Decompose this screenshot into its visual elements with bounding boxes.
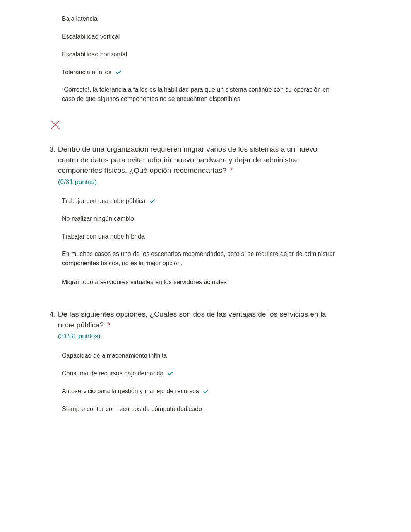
question-3: 3. Dentro de una organización requieren … <box>50 144 337 286</box>
required-asterisk: * <box>107 321 110 329</box>
option-item: Migrar todo a servidores virtuales en lo… <box>62 279 337 286</box>
required-asterisk: * <box>230 166 233 174</box>
checkmark-icon <box>203 388 209 394</box>
option-label: Capacidad de almacenamiento infinita <box>62 352 167 359</box>
option-item: Baja latencia <box>62 15 337 22</box>
checkmark-icon <box>149 198 156 204</box>
option-item: Capacidad de almacenamiento infinita <box>62 352 337 359</box>
option-label: Escalabilidad vertical <box>62 33 120 40</box>
option-label: Trabajar con una nube híbrida <box>62 233 145 240</box>
option-label: Escalabilidad horizontal <box>62 51 127 58</box>
question-number: 3. <box>50 144 56 198</box>
option-item: Trabajar con una nube pública <box>62 198 337 205</box>
checkmark-icon <box>167 370 173 377</box>
q3-options: Trabajar con una nube pública No realiza… <box>50 198 337 286</box>
option-label: Autoservicio para la gestión y manejo de… <box>62 388 199 395</box>
q4-options: Capacidad de almacenamiento infinita Con… <box>50 352 337 413</box>
incorrect-x-icon <box>50 119 337 132</box>
option-label: Tolerancia a fallos <box>62 69 111 76</box>
option-label: No realizar ningún cambio <box>62 215 134 222</box>
option-label: Baja latencia <box>62 15 98 22</box>
question-header: 3. Dentro de una organización requieren … <box>50 144 337 198</box>
option-item: Autoservicio para la gestión y manejo de… <box>62 388 337 395</box>
option-item: Tolerancia a fallos <box>62 69 337 76</box>
option-item: Escalabilidad horizontal <box>62 51 337 58</box>
option-label: Trabajar con una nube pública <box>62 198 146 205</box>
option-item: Trabajar con una nube híbrida <box>62 233 337 240</box>
question-4: 4. De las siguientes opciones, ¿Cuáles s… <box>50 309 337 413</box>
option-item: Siempre contar con recursos de cómputo d… <box>62 406 337 413</box>
option-item: Escalabilidad vertical <box>62 33 337 40</box>
points-label: (0/31 puntos) <box>58 177 337 187</box>
explanation-text: En muchos casos es uno de los escenarios… <box>62 249 337 268</box>
q2-options: Baja latencia Escalabilidad vertical Esc… <box>50 15 337 76</box>
option-item: No realizar ningún cambio <box>62 215 337 222</box>
question-header: 4. De las siguientes opciones, ¿Cuáles s… <box>50 309 337 352</box>
question-text: Dentro de una organización requieren mig… <box>58 145 317 174</box>
points-label: (31/31 puntos) <box>58 332 337 341</box>
option-label: Siempre contar con recursos de cómputo d… <box>62 406 202 413</box>
question-number: 4. <box>50 309 56 352</box>
option-label: Migrar todo a servidores virtuales en lo… <box>62 279 227 286</box>
option-label: Consumo de recursos bajo demanda <box>62 370 163 377</box>
question-text: De las siguientes opciones, ¿Cuáles son … <box>58 310 326 329</box>
checkmark-icon <box>115 69 122 75</box>
feedback-text: ¡Correcto!, la tolerancia a fallos es la… <box>50 85 337 104</box>
option-item: Consumo de recursos bajo demanda <box>62 370 337 377</box>
